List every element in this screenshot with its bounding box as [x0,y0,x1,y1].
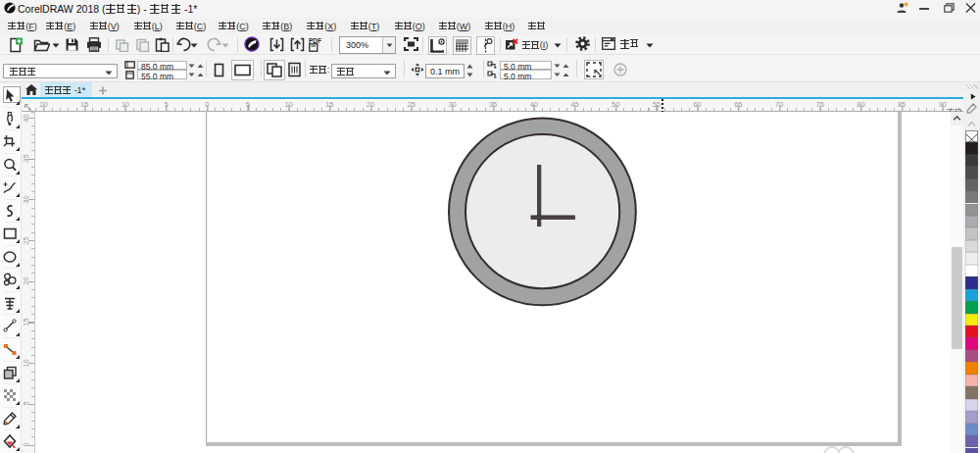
svg-text:x: x [494,64,497,69]
svg-text:y: y [494,74,497,78]
